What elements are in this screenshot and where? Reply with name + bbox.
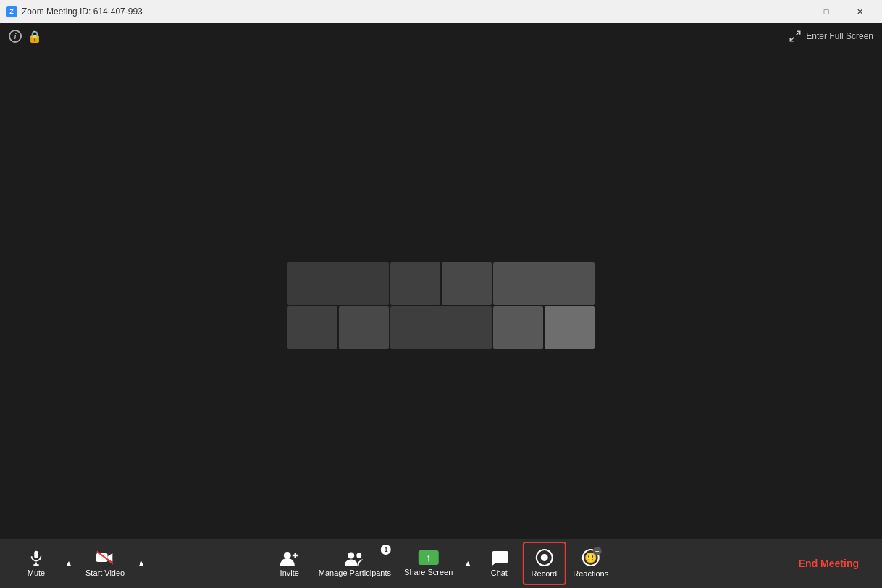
bottom-toolbar: Mute ▲ Start Video ▲ (0, 539, 882, 588)
svg-line-0 (797, 31, 800, 35)
tile-4 (493, 262, 595, 305)
start-video-label: Start Video (85, 568, 125, 577)
manage-participants-button[interactable]: 1 Manage Participants (313, 542, 397, 585)
close-button[interactable]: ✕ (843, 0, 876, 23)
fullscreen-label: Enter Full Screen (806, 31, 873, 41)
fullscreen-icon (789, 30, 802, 43)
share-screen-button[interactable]: ↑ Share Screen (398, 542, 458, 585)
window-title: Zoom Meeting ID: 614-407-993 (22, 7, 143, 17)
record-button[interactable]: Record (522, 542, 566, 585)
tile-8 (493, 306, 543, 349)
tile-2 (390, 262, 440, 305)
maximize-button[interactable]: □ (810, 0, 843, 23)
record-icon (535, 549, 553, 566)
invite-icon (280, 550, 299, 566)
start-video-button[interactable]: Start Video (80, 542, 130, 585)
reactions-icon: 🙂 + (582, 549, 600, 566)
end-meeting-button[interactable]: End Meeting (790, 552, 868, 575)
tile-6 (339, 306, 389, 349)
invite-button[interactable]: Invite (268, 542, 311, 585)
meeting-area: i 🔒 Enter Full Screen (0, 23, 882, 588)
title-bar: Z Zoom Meeting ID: 614-407-993 ─ □ ✕ (0, 0, 882, 23)
zoom-logo: Z (6, 6, 17, 17)
camera-off-icon (96, 550, 114, 566)
share-chevron[interactable]: ▲ (460, 542, 476, 585)
participant-count-badge: 1 (381, 545, 391, 555)
reactions-label: Reactions (573, 569, 608, 578)
minimize-button[interactable]: ─ (776, 0, 810, 23)
svg-point-9 (348, 553, 354, 559)
invite-label: Invite (280, 568, 299, 577)
microphone-icon (28, 550, 44, 566)
tile-9 (545, 306, 595, 349)
tile-3 (442, 262, 492, 305)
title-left: Z Zoom Meeting ID: 614-407-993 (6, 6, 143, 17)
chat-button[interactable]: Chat (477, 542, 521, 585)
toolbar-left: Mute ▲ Start Video ▲ (14, 542, 149, 585)
info-icon[interactable]: i (9, 30, 22, 43)
top-left-icons: i 🔒 (9, 30, 42, 43)
svg-rect-2 (34, 551, 38, 558)
video-tiles-area (287, 262, 595, 349)
window-controls: ─ □ ✕ (776, 0, 876, 23)
mute-chevron[interactable]: ▲ (61, 542, 77, 585)
fullscreen-button[interactable]: Enter Full Screen (789, 30, 873, 43)
tile-7 (390, 306, 492, 349)
tile-5 (287, 306, 337, 349)
svg-point-10 (356, 553, 361, 558)
lock-icon: 🔒 (28, 30, 42, 43)
mute-label: Mute (28, 568, 45, 577)
participants-icon (345, 550, 365, 566)
toolbar-right: End Meeting (790, 552, 868, 575)
meeting-top-bar: i 🔒 Enter Full Screen (0, 23, 882, 49)
tile-1 (287, 262, 389, 305)
record-label: Record (532, 569, 557, 578)
svg-point-6 (284, 552, 291, 559)
share-screen-label: Share Screen (404, 568, 453, 576)
svg-line-1 (791, 38, 794, 41)
reactions-button[interactable]: 🙂 + Reactions (567, 542, 614, 585)
toolbar-center: Invite 1 Manage Participants (268, 542, 614, 585)
manage-participants-label: Manage Participants (319, 568, 391, 577)
mute-button[interactable]: Mute (14, 542, 58, 585)
chat-icon (490, 550, 508, 566)
share-screen-icon: ↑ (419, 550, 439, 565)
video-chevron[interactable]: ▲ (133, 542, 149, 585)
chat-label: Chat (491, 568, 508, 577)
